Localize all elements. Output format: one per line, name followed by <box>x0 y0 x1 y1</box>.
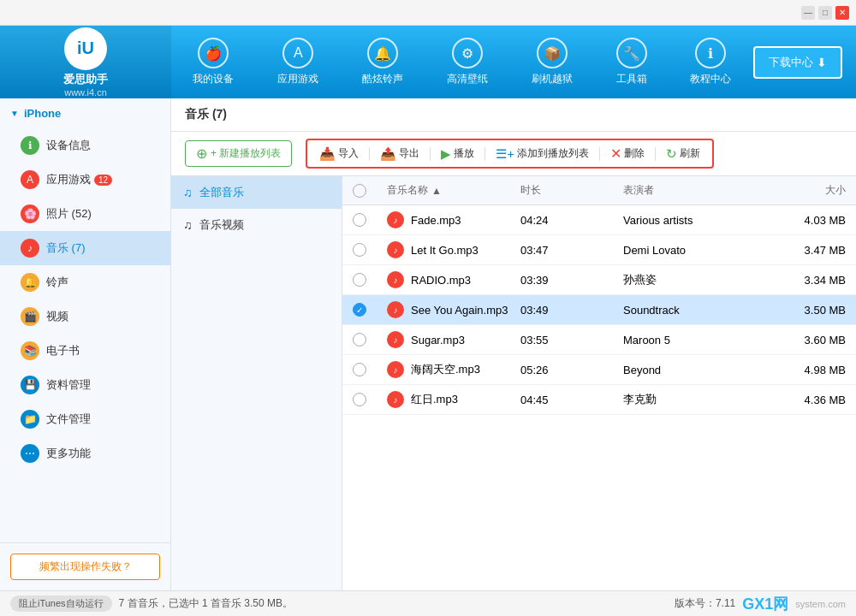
sub-nav-icon-music-video: ♫ <box>183 218 193 232</box>
nav-item-my-device[interactable]: 🍎 我的设备 <box>179 31 247 93</box>
sidebar-label-more: 更多功能 <box>46 446 91 461</box>
row-checkbox-0[interactable] <box>353 213 387 227</box>
sub-nav-icon-all-music: ♫ <box>183 186 193 199</box>
sub-nav-item-all-music[interactable]: ♫ 全部音乐 <box>171 176 342 209</box>
table-row[interactable]: ♪ Sugar.mp3 03:55 Maroon 5 3.60 MB <box>342 325 856 355</box>
sidebar-item-ringtones[interactable]: 🔔 铃声 <box>0 265 170 299</box>
row-artist-6: 李克勤 <box>623 392 760 407</box>
table-row[interactable]: ♪ Let It Go.mp3 03:47 Demi Lovato 3.47 M… <box>342 235 856 265</box>
nav-label-ringtone: 酷炫铃声 <box>362 72 403 86</box>
row-size-1: 3.47 MB <box>760 244 846 257</box>
table-row[interactable]: ✓ ♪ See You Again.mp3 03:49 Soundtrack 3… <box>342 295 856 325</box>
checkbox-1[interactable] <box>353 243 366 257</box>
sidebar-item-app-game[interactable]: A 应用游戏12 <box>0 163 170 197</box>
badge-app-game: 12 <box>94 175 112 186</box>
title-bar: — □ ✕ <box>0 0 856 26</box>
play-icon: ▶ <box>441 146 451 162</box>
sidebar-item-data-management[interactable]: 💾 资料管理 <box>0 368 170 402</box>
music-icon-5: ♪ <box>387 361 404 378</box>
download-icon: ⬇ <box>817 56 827 69</box>
add-to-list-button[interactable]: ☰+ 添加到播放列表 <box>490 145 594 163</box>
sidebar-device-header[interactable]: ▼ iPhone <box>0 98 170 128</box>
select-all-checkbox[interactable] <box>353 184 366 198</box>
download-label: 下载中心 <box>769 55 813 70</box>
itunes-button[interactable]: 阻止iTunes自动运行 <box>10 595 112 612</box>
col-name-header[interactable]: 音乐名称 ▲ <box>387 183 520 198</box>
row-artist-0: Various artists <box>623 214 760 227</box>
row-name-6: ♪ 红日.mp3 <box>387 391 520 408</box>
delete-button[interactable]: ✕ 删除 <box>605 144 650 163</box>
checkbox-2[interactable] <box>353 273 366 287</box>
table-row[interactable]: ♪ 海阔天空.mp3 05:26 Beyond 4.98 MB <box>342 355 856 385</box>
toolbar: ⊕ + 新建播放列表 📥 导入 📤 导出 ▶ 播放 <box>171 132 856 176</box>
maximize-button[interactable]: □ <box>818 6 832 20</box>
delete-icon: ✕ <box>610 145 621 162</box>
nav-icon-jailbreak: 📦 <box>537 38 568 68</box>
nav-item-tutorial[interactable]: ℹ 教程中心 <box>676 31 745 93</box>
row-checkbox-2[interactable] <box>353 273 387 287</box>
sidebar-item-file-management[interactable]: 📁 文件管理 <box>0 402 170 436</box>
nav-item-wallpaper[interactable]: ⚙ 高清壁纸 <box>433 31 502 93</box>
sidebar-item-music[interactable]: ♪ 音乐 (7) <box>0 231 170 265</box>
sidebar-icon-videos: 🎬 <box>21 307 39 326</box>
nav-icon-tutorial: ℹ <box>695 38 726 68</box>
sidebar-items: ℹ 设备信息 A 应用游戏12 🌸 照片 (52) ♪ 音乐 (7) 🔔 铃声 … <box>0 128 170 471</box>
status-right: 版本号：7.11 GX1网 system.com <box>675 594 846 614</box>
minimize-button[interactable]: — <box>801 6 815 20</box>
nav-item-jailbreak[interactable]: 📦 刷机越狱 <box>518 31 586 93</box>
logo-area: iU 爱思助手 www.i4.cn <box>0 26 171 98</box>
sidebar: ▼ iPhone ℹ 设备信息 A 应用游戏12 🌸 照片 (52) ♪ 音乐 … <box>0 98 171 590</box>
row-duration-0: 04:24 <box>520 214 623 227</box>
row-checkbox-4[interactable] <box>353 333 387 346</box>
sub-nav-item-music-video[interactable]: ♫ 音乐视频 <box>171 209 342 241</box>
close-button[interactable]: ✕ <box>835 6 849 20</box>
nav-label-jailbreak: 刷机越狱 <box>532 72 573 86</box>
row-checkbox-1[interactable] <box>353 243 387 257</box>
play-button[interactable]: ▶ 播放 <box>436 145 479 163</box>
nav-label-app-game: 应用游戏 <box>277 72 318 86</box>
nav-item-app-game[interactable]: A 应用游戏 <box>264 31 332 93</box>
row-name-0: ♪ Fade.mp3 <box>387 211 520 228</box>
row-size-3: 3.50 MB <box>760 304 846 317</box>
refresh-button[interactable]: ↻ 刷新 <box>661 145 705 163</box>
content-body: ♫ 全部音乐 ♫ 音乐视频 音乐名称 ▲ 时长 表演者 大小 <box>171 176 856 590</box>
row-name-3: ♪ See You Again.mp3 <box>387 301 520 318</box>
troubleshoot-button[interactable]: 频繁出现操作失败？ <box>10 554 160 580</box>
row-artist-2: 孙燕姿 <box>623 272 760 287</box>
new-playlist-button[interactable]: ⊕ + 新建播放列表 <box>185 140 292 167</box>
col-size-header: 大小 <box>760 183 846 198</box>
col-duration-header: 时长 <box>520 183 623 198</box>
export-button[interactable]: 📤 导出 <box>375 145 425 163</box>
nav-items: 🍎 我的设备 A 应用游戏 🔔 酷炫铃声 ⚙ 高清壁纸 📦 刷机越狱 🔧 工具箱… <box>171 26 753 98</box>
import-button[interactable]: 📥 导入 <box>314 145 364 163</box>
download-button[interactable]: 下载中心 ⬇ <box>753 46 842 79</box>
col-checkbox-header <box>353 184 387 198</box>
sidebar-item-ebooks[interactable]: 📚 电子书 <box>0 334 170 368</box>
sidebar-item-device-info[interactable]: ℹ 设备信息 <box>0 128 170 163</box>
checkbox-6[interactable] <box>353 393 366 406</box>
sidebar-bottom: 频繁出现操作失败？ <box>0 542 170 590</box>
table-row[interactable]: ♪ Fade.mp3 04:24 Various artists 4.03 MB <box>342 205 856 235</box>
checkbox-4[interactable] <box>353 333 366 346</box>
checkbox-0[interactable] <box>353 213 366 227</box>
row-checkbox-5[interactable] <box>353 363 387 376</box>
row-checkbox-3[interactable]: ✓ <box>353 303 387 317</box>
table-row[interactable]: ♪ RADIO.mp3 03:39 孙燕姿 3.34 MB <box>342 265 856 295</box>
row-size-6: 4.36 MB <box>760 394 846 406</box>
row-filename-0: Fade.mp3 <box>411 214 461 227</box>
nav-icon-toolbox: 🔧 <box>616 38 647 68</box>
sidebar-item-photos[interactable]: 🌸 照片 (52) <box>0 197 170 231</box>
checkbox-3[interactable]: ✓ <box>353 303 366 317</box>
nav-item-toolbox[interactable]: 🔧 工具箱 <box>603 31 661 93</box>
table-row[interactable]: ♪ 红日.mp3 04:45 李克勤 4.36 MB <box>342 385 856 415</box>
sidebar-item-more[interactable]: ⋯ 更多功能 <box>0 436 170 471</box>
checkbox-5[interactable] <box>353 363 366 376</box>
sidebar-item-videos[interactable]: 🎬 视频 <box>0 299 170 334</box>
table-header: 音乐名称 ▲ 时长 表演者 大小 <box>342 176 856 205</box>
row-filename-6: 红日.mp3 <box>411 392 458 407</box>
music-table: 音乐名称 ▲ 时长 表演者 大小 ♪ Fade.mp3 04:24 Variou… <box>342 176 856 590</box>
nav-item-ringtone[interactable]: 🔔 酷炫铃声 <box>348 31 417 93</box>
delete-label: 删除 <box>624 146 645 161</box>
nav-label-wallpaper: 高清壁纸 <box>447 72 488 86</box>
row-checkbox-6[interactable] <box>353 393 387 406</box>
